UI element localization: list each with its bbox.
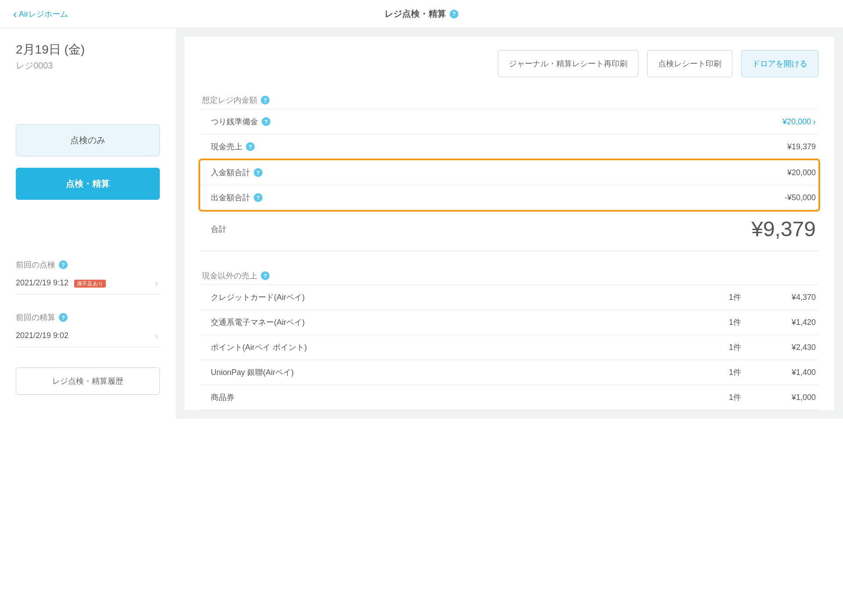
noncash-count: 1件: [715, 292, 741, 303]
change-fund-row[interactable]: つり銭準備金 ? ¥20,000 ›: [200, 109, 818, 134]
withdraw-value: -¥50,000: [754, 193, 816, 202]
noncash-row: クレジットカード(Airペイ) 1件 ¥4,370: [200, 285, 818, 310]
total-value: ¥9,379: [751, 217, 816, 241]
prev-inspect-row[interactable]: 2021/2/19 9:12 過不足あり ›: [16, 273, 160, 295]
reprint-button[interactable]: ジャーナル・精算レシート再印刷: [498, 50, 638, 77]
help-icon[interactable]: ?: [254, 193, 263, 202]
noncash-row: ポイント(Airペイ ポイント) 1件 ¥2,430: [200, 335, 818, 360]
help-icon[interactable]: ?: [261, 271, 270, 280]
prev-inspect-time: 2021/2/19 9:12: [16, 278, 68, 287]
toolbar: ジャーナル・精算レシート再印刷 点検レシート印刷 ドロアを開ける: [200, 50, 818, 77]
help-icon[interactable]: ?: [261, 96, 270, 104]
noncash-label: ポイント(Airペイ ポイント): [211, 342, 307, 353]
page-title-text: レジ点検・精算: [385, 8, 446, 20]
noncash-count: 1件: [715, 392, 741, 403]
prev-settle-label: 前回の精算 ?: [16, 312, 160, 323]
deposit-label: 入金額合計: [211, 167, 250, 178]
noncash-value: ¥2,430: [754, 343, 816, 352]
prev-inspect-label: 前回の点検 ?: [16, 259, 160, 270]
total-label: 合計: [211, 224, 227, 234]
highlight-box: 入金額合計 ? ¥20,000 出金額合計 ? -¥50,000: [198, 159, 820, 212]
shortage-badge: 過不足あり: [74, 280, 106, 288]
change-fund-label: つり銭準備金: [211, 116, 258, 127]
change-fund-value: ¥20,000: [749, 117, 811, 126]
back-label: Airレジホーム: [19, 9, 68, 19]
chevron-right-icon: ›: [155, 278, 158, 288]
total-row: 合計 ¥9,379: [200, 211, 818, 251]
cash-sales-label: 現金売上: [211, 141, 242, 152]
noncash-label: 交通系電子マネー(Airペイ): [211, 317, 305, 328]
help-icon[interactable]: ?: [59, 260, 68, 269]
help-icon[interactable]: ?: [59, 313, 68, 322]
back-button[interactable]: ‹ Airレジホーム: [13, 8, 68, 20]
cash-sales-row: 現金売上 ? ¥19,379: [200, 134, 818, 159]
noncash-label: クレジットカード(Airペイ): [211, 292, 305, 303]
history-button[interactable]: レジ点検・精算履歴: [16, 367, 160, 395]
cash-sales-value: ¥19,379: [754, 142, 816, 151]
chevron-left-icon: ‹: [13, 8, 17, 20]
date-display: 2月19日 (金): [16, 41, 160, 58]
app-header: ‹ Airレジホーム レジ点検・精算 ?: [0, 0, 843, 28]
help-icon[interactable]: ?: [262, 117, 270, 126]
expected-section-label: 想定レジ内金額 ?: [200, 95, 818, 105]
main-panel: ジャーナル・精算レシート再印刷 点検レシート印刷 ドロアを開ける 想定レジ内金額…: [184, 37, 834, 410]
page-title: レジ点検・精算 ?: [385, 8, 458, 20]
noncash-list: クレジットカード(Airペイ) 1件 ¥4,370 交通系電子マネー(Airペイ…: [200, 285, 818, 410]
noncash-value: ¥1,420: [754, 318, 816, 327]
open-drawer-button[interactable]: ドロアを開ける: [741, 50, 818, 77]
withdraw-row: 出金額合計 ? -¥50,000: [200, 185, 818, 210]
deposit-value: ¥20,000: [754, 168, 816, 177]
noncash-label: UnionPay 銀聯(Airペイ): [211, 367, 294, 378]
noncash-row: 商品券 1件 ¥1,000: [200, 385, 818, 410]
print-inspect-button[interactable]: 点検レシート印刷: [647, 50, 732, 77]
noncash-value: ¥4,370: [754, 293, 816, 302]
noncash-value: ¥1,400: [754, 368, 816, 377]
noncash-count: 1件: [715, 367, 741, 378]
noncash-row: 交通系電子マネー(Airペイ) 1件 ¥1,420: [200, 310, 818, 335]
sidebar: 2月19日 (金) レジ0003 点検のみ 点検・精算 前回の点検 ? 2021…: [0, 28, 176, 419]
deposit-row: 入金額合計 ? ¥20,000: [200, 160, 818, 185]
chevron-right-icon: ›: [813, 117, 816, 127]
inspect-settle-button[interactable]: 点検・精算: [16, 168, 160, 200]
expected-list: つり銭準備金 ? ¥20,000 › 現金売上 ? ¥19,379: [200, 109, 818, 212]
help-icon[interactable]: ?: [254, 168, 263, 177]
noncash-row: UnionPay 銀聯(Airペイ) 1件 ¥1,400: [200, 360, 818, 385]
help-icon[interactable]: ?: [450, 10, 458, 18]
noncash-count: 1件: [715, 342, 741, 353]
noncash-section-label: 現金以外の売上 ?: [200, 270, 818, 281]
noncash-value: ¥1,000: [754, 393, 816, 402]
main-area: ジャーナル・精算レシート再印刷 点検レシート印刷 ドロアを開ける 想定レジ内金額…: [176, 28, 843, 419]
noncash-label: 商品券: [211, 392, 234, 403]
noncash-count: 1件: [715, 317, 741, 328]
help-icon[interactable]: ?: [246, 142, 255, 151]
prev-settle-row[interactable]: 2021/2/19 9:02 ›: [16, 325, 160, 347]
register-id: レジ0003: [16, 60, 160, 72]
prev-settle-time: 2021/2/19 9:02: [16, 331, 68, 340]
inspect-only-button[interactable]: 点検のみ: [16, 124, 160, 156]
withdraw-label: 出金額合計: [211, 192, 250, 203]
chevron-right-icon: ›: [155, 331, 158, 341]
